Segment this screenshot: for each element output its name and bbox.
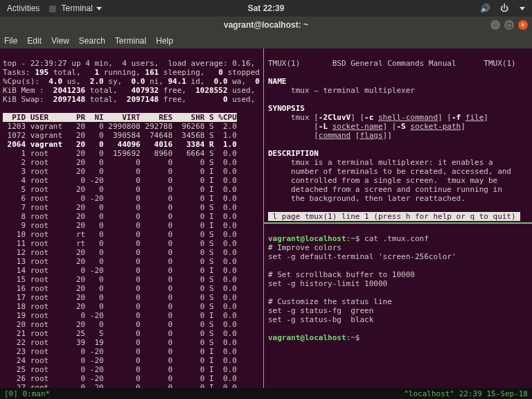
table-row: 25 root 0 -20 0 0 0 I 0.0 xyxy=(3,365,237,374)
man-pager-status: l page tmux(1) line 1 (press h for help … xyxy=(268,212,520,221)
top-header-row: PID USER PR NI VIRT RES SHR S %CPU xyxy=(3,113,237,122)
man-section-description: DESCRIPTION xyxy=(268,149,319,158)
table-row: 3 root 20 0 0 0 0 I 0.0 xyxy=(3,167,237,176)
top-process-table: 1203 vagrant 20 0 2990808 292788 96268 S… xyxy=(3,122,237,388)
table-row: 1 root 20 0 159692 8960 6664 S 0.0 xyxy=(3,149,237,158)
table-row: 14 root 0 -20 0 0 0 I 0.0 xyxy=(3,266,237,275)
man-desc-line: number of terminals to be created, acces… xyxy=(268,167,511,176)
app-menu[interactable]: Terminal xyxy=(49,3,102,13)
table-row: 18 root 20 0 0 0 0 S 0.0 xyxy=(3,302,237,311)
tmux-status-right: "localhost" 22:39 15-Sep-18 xyxy=(404,389,528,398)
man-synopsis-line: [command [flags]] xyxy=(268,131,392,140)
table-row: 17 root 20 0 0 0 0 S 0.0 xyxy=(3,293,237,302)
top-swap-line: KiB Swap: 2097148 total, 2097148 free, 0… xyxy=(3,95,255,104)
window-titlebar: vagrant@localhost: ~ – ▢ × xyxy=(0,17,532,33)
window-title: vagrant@localhost: ~ xyxy=(224,20,308,30)
table-row: 6 root 0 -20 0 0 0 I 0.0 xyxy=(3,194,237,203)
shell-output-line: set -g default-terminal 'screen-256color… xyxy=(268,252,456,261)
table-row: 4 root 0 -20 0 0 0 I 0.0 xyxy=(3,176,237,185)
menu-view[interactable]: View xyxy=(51,36,69,46)
table-row: 12 root 20 0 0 0 0 S 0.0 xyxy=(3,248,237,257)
table-row: 5 root 20 0 0 0 0 I 0.0 xyxy=(3,185,237,194)
table-row: 7 root 20 0 0 0 0 S 0.0 xyxy=(3,203,237,212)
shell-output-line: # Customize the status line xyxy=(268,297,392,306)
table-row: 2064 vagrant 20 0 44096 4016 3384 R 1.0 xyxy=(3,140,237,149)
table-row: 9 root 20 0 0 0 0 I 0.0 xyxy=(3,221,237,230)
top-mem-line: KiB Mem : 2041236 total, 407932 free, 10… xyxy=(3,86,255,95)
table-row: 26 root 0 -20 0 0 0 I 0.0 xyxy=(3,374,237,383)
man-desc-line: detached from a screen and continue runn… xyxy=(268,185,502,194)
table-row: 20 root 20 0 0 0 0 S 0.0 xyxy=(3,320,237,329)
table-row: 19 root 0 -20 0 0 0 I 0.0 xyxy=(3,311,237,320)
man-desc-line: controlled from a single screen. tmux ma… xyxy=(268,176,497,185)
man-section-synopsis: SYNOPSIS xyxy=(268,104,305,113)
man-section-name: NAME xyxy=(268,77,287,86)
table-row: 10 root rt 0 0 0 0 S 0.0 xyxy=(3,230,237,239)
close-button[interactable]: × xyxy=(518,20,528,30)
activities-button[interactable]: Activities xyxy=(7,3,39,13)
terminal-menubar: File Edit View Search Terminal Help xyxy=(0,33,532,48)
menu-edit[interactable]: Edit xyxy=(27,36,42,46)
gnome-top-bar: Activities Terminal Sat 22:39 🔊 ⏻ xyxy=(0,0,532,17)
chevron-down-icon xyxy=(96,7,102,10)
table-row: 24 root 0 -20 0 0 0 I 0.0 xyxy=(3,356,237,365)
man-name-body: tmux — terminal multiplexer xyxy=(268,86,415,95)
tmux-pane-left-top[interactable]: top - 22:39:27 up 4 min, 4 users, load a… xyxy=(0,48,263,388)
top-cpu-line: %Cpu(s): 4.0 us, 2.0 sy, 0.0 ni, 94.1 id… xyxy=(3,77,260,86)
table-row: 1072 vagrant 20 0 390584 74648 34568 S 1… xyxy=(3,131,237,140)
tmux-pane-right-bottom-shell[interactable]: vagrant@localhost:~$ cat .tmux.conf # Im… xyxy=(264,224,532,388)
shell-output-line: set -g history-limit 10000 xyxy=(268,279,387,288)
volume-icon[interactable]: 🔊 xyxy=(480,3,490,13)
chevron-down-icon[interactable] xyxy=(520,7,525,10)
tmux-pane-right-top-man[interactable]: TMUX(1) BSD General Commands Manual TMUX… xyxy=(264,48,532,222)
table-row: 2 root 20 0 0 0 0 S 0.0 xyxy=(3,158,237,167)
table-row: 22 root 39 19 0 0 0 S 0.0 xyxy=(3,338,237,347)
man-header: TMUX(1) BSD General Commands Manual TMUX… xyxy=(268,59,516,68)
menu-search[interactable]: Search xyxy=(79,36,105,46)
man-synopsis-line: tmux [-2CluvV] [-c shell-command] [-f fi… xyxy=(268,113,488,122)
shell-output-line: # Set scrollback buffer to 10000 xyxy=(268,270,415,279)
table-row: 21 root 25 5 0 0 0 S 0.0 xyxy=(3,329,237,338)
power-icon[interactable]: ⏻ xyxy=(500,3,508,13)
man-synopsis-line: [-L socket-name] [-S socket-path] xyxy=(268,122,466,131)
menu-file[interactable]: File xyxy=(4,36,17,46)
table-row: 13 root 20 0 0 0 0 S 0.0 xyxy=(3,257,237,266)
top-summary-line: top - 22:39:27 up 4 min, 4 users, load a… xyxy=(3,59,255,68)
shell-prompt-line: vagrant@localhost:~$ cat .tmux.conf xyxy=(268,234,429,243)
app-menu-label: Terminal xyxy=(61,3,92,13)
shell-output-line: # Improve colors xyxy=(268,243,342,252)
menu-terminal[interactable]: Terminal xyxy=(115,36,146,46)
table-row: 11 root rt 0 0 0 0 S 0.0 xyxy=(3,239,237,248)
table-row: 15 root 20 0 0 0 0 S 0.0 xyxy=(3,275,237,284)
table-row: 27 root 0 -20 0 0 0 I 0.0 xyxy=(3,383,237,388)
top-tasks-line: Tasks: 195 total, 1 running, 161 sleepin… xyxy=(3,68,260,77)
clock[interactable]: Sat 22:39 xyxy=(248,3,285,13)
table-row: 1203 vagrant 20 0 2990808 292788 96268 S… xyxy=(3,122,237,131)
terminal-body[interactable]: top - 22:39:27 up 4 min, 4 users, load a… xyxy=(0,48,532,399)
shell-output-line: set -g status-bg black xyxy=(268,315,373,324)
maximize-button[interactable]: ▢ xyxy=(504,20,514,30)
table-row: 16 root 20 0 0 0 0 S 0.0 xyxy=(3,284,237,293)
shell-prompt-line: vagrant@localhost:~$ xyxy=(268,333,364,342)
minimize-button[interactable]: – xyxy=(490,20,500,30)
table-row: 23 root 0 -20 0 0 0 I 0.0 xyxy=(3,347,237,356)
tmux-status-left: [0] 0:man* xyxy=(4,389,50,398)
man-desc-line: tmux is a terminal multiplexer: it enabl… xyxy=(268,158,493,167)
terminal-app-icon xyxy=(49,6,56,12)
tmux-status-bar: [0] 0:man* "localhost" 22:39 15-Sep-18 xyxy=(0,388,532,399)
table-row: 8 root 20 0 0 0 0 I 0.0 xyxy=(3,212,237,221)
man-desc-line: the background, then later reattached. xyxy=(268,194,466,203)
menu-help[interactable]: Help xyxy=(156,36,173,46)
shell-output-line: set -g status-fg green xyxy=(268,306,373,315)
